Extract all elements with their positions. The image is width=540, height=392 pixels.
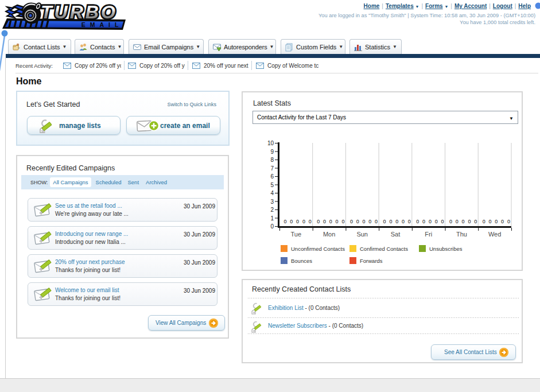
svg-text:0: 0: [456, 219, 459, 224]
svg-text:1: 1: [270, 215, 274, 222]
svg-text:2: 2: [270, 207, 274, 213]
svg-text:0: 0: [290, 219, 293, 224]
svg-text:0: 0: [341, 219, 344, 224]
svg-text:0: 0: [389, 219, 392, 224]
svg-text:0: 0: [507, 219, 510, 224]
svg-text:Sun: Sun: [356, 231, 368, 238]
svg-text:0: 0: [489, 219, 492, 224]
svg-text:0: 0: [363, 219, 366, 224]
svg-text:0: 0: [429, 219, 432, 224]
svg-text:Fri: Fri: [425, 231, 432, 238]
svg-text:0: 0: [501, 219, 504, 224]
svg-text:0: 0: [302, 219, 305, 224]
svg-text:0: 0: [474, 219, 477, 224]
svg-text:4: 4: [270, 190, 274, 196]
svg-text:0: 0: [270, 223, 274, 230]
svg-text:0: 0: [336, 219, 339, 224]
svg-text:0: 0: [435, 219, 438, 224]
svg-text:Sat: Sat: [391, 231, 401, 238]
svg-text:0: 0: [350, 219, 353, 224]
svg-text:0: 0: [416, 219, 419, 224]
svg-text:10: 10: [267, 140, 274, 146]
svg-text:8: 8: [270, 157, 274, 163]
svg-text:0: 0: [296, 219, 299, 224]
svg-text:0: 0: [368, 219, 371, 224]
svg-text:0: 0: [483, 219, 485, 224]
svg-text:0: 0: [309, 219, 312, 224]
svg-text:3: 3: [270, 199, 274, 205]
svg-text:0: 0: [395, 219, 398, 224]
svg-text:0: 0: [462, 219, 465, 224]
svg-text:0: 0: [284, 219, 287, 224]
svg-text:9: 9: [270, 149, 274, 155]
svg-text:0: 0: [408, 219, 411, 224]
svg-text:0: 0: [375, 219, 378, 224]
svg-text:0: 0: [402, 219, 405, 224]
svg-text:0: 0: [317, 219, 320, 224]
svg-text:0: 0: [441, 219, 444, 224]
svg-text:Tue: Tue: [291, 231, 302, 238]
svg-text:6: 6: [270, 173, 274, 180]
svg-text:7: 7: [270, 165, 274, 172]
svg-text:Mon: Mon: [323, 231, 335, 238]
svg-text:0: 0: [468, 219, 471, 224]
svg-text:Thu: Thu: [456, 231, 467, 238]
svg-text:0: 0: [449, 219, 452, 224]
svg-text:TURBO: TURBO: [41, 2, 118, 22]
svg-text:Wed: Wed: [488, 231, 501, 238]
svg-text:5: 5: [270, 182, 274, 188]
svg-text:0: 0: [323, 219, 326, 224]
svg-text:0: 0: [422, 219, 425, 224]
svg-text:0: 0: [383, 219, 386, 224]
svg-text:0: 0: [329, 219, 332, 224]
svg-text:0: 0: [356, 219, 359, 224]
svg-text:0: 0: [495, 219, 498, 224]
